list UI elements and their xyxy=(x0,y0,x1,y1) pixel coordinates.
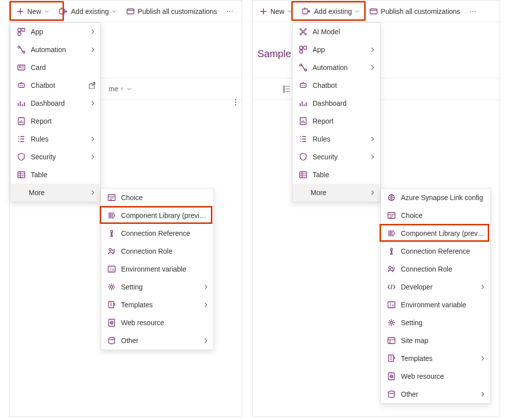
row-more-button[interactable] xyxy=(235,99,237,106)
automation-icon xyxy=(17,45,26,54)
menu-item-security[interactable]: Security xyxy=(11,148,100,166)
menu-item-automation[interactable]: Automation xyxy=(293,59,380,76)
more-commands-button[interactable]: ⋯ xyxy=(222,2,237,20)
menu-item-label: Web resource xyxy=(401,372,485,380)
more-commands-button[interactable]: ⋯ xyxy=(465,2,480,20)
menu-item-more[interactable]: More xyxy=(11,184,100,202)
report-icon xyxy=(17,117,26,126)
dashboard-icon xyxy=(17,99,26,108)
menu-item-developer[interactable]: Developer xyxy=(381,278,490,296)
toolbar-right: New Add existing Publish all customizati… xyxy=(253,0,500,22)
menu-item-app[interactable]: App xyxy=(11,23,100,41)
chevron-down-icon xyxy=(287,9,292,14)
add-existing-label: Add existing xyxy=(314,7,352,15)
new-button[interactable]: New xyxy=(255,2,297,20)
menu-item-templates[interactable]: Templates xyxy=(381,350,490,367)
menu-item-label: Connection Reference xyxy=(401,247,485,255)
webres-icon xyxy=(387,372,396,381)
panel-add-existing: New Add existing Publish all customizati… xyxy=(252,0,500,417)
menu-item-table[interactable]: Table xyxy=(293,166,380,184)
menu-item-label: Dashboard xyxy=(313,99,375,107)
menu-item-choice[interactable]: Choice xyxy=(101,189,213,207)
menu-item-envvar[interactable]: Environment variable xyxy=(101,260,213,278)
connrole-icon xyxy=(107,247,116,256)
menu-item-synapse[interactable]: Azure Synapse Link config xyxy=(381,189,490,207)
menu-item-setting[interactable]: Setting xyxy=(101,278,213,296)
menu-item-label: Component Library (preview) xyxy=(121,211,208,219)
new-button[interactable]: New xyxy=(11,2,54,20)
aimodel-icon xyxy=(299,27,308,36)
publish-icon xyxy=(370,7,378,15)
publish-icon xyxy=(127,7,134,15)
new-menu: AppAutomationCardChatbotDashboardReportR… xyxy=(10,22,101,202)
publish-button[interactable]: Publish all customizations xyxy=(365,2,465,20)
webres-icon xyxy=(107,318,116,327)
publish-button[interactable]: Publish all customizations xyxy=(122,2,222,20)
chevron-down-icon xyxy=(44,9,49,14)
menu-item-report[interactable]: Report xyxy=(293,112,380,130)
menu-item-more[interactable]: More xyxy=(293,184,380,202)
menu-item-label: Setting xyxy=(121,283,198,291)
developer-icon xyxy=(387,282,396,291)
menu-item-component[interactable]: Component Library (preview) xyxy=(381,224,490,242)
menu-item-card[interactable]: Card xyxy=(11,59,100,76)
chevron-right-icon xyxy=(480,284,485,290)
menu-item-app[interactable]: App xyxy=(293,41,380,59)
menu-item-label: Report xyxy=(31,117,95,125)
add-existing-button[interactable]: Add existing xyxy=(54,2,122,20)
menu-item-label: Automation xyxy=(31,46,85,54)
menu-item-label: Chatbot xyxy=(31,81,83,89)
menu-item-table[interactable]: Table xyxy=(11,166,100,184)
chevron-right-icon xyxy=(90,29,95,35)
menu-item-other[interactable]: Other xyxy=(381,385,490,403)
menu-item-dashboard[interactable]: Dashboard xyxy=(293,94,380,112)
menu-item-templates[interactable]: Templates xyxy=(101,296,213,314)
menu-item-aimodel[interactable]: AI Model xyxy=(293,23,380,41)
external-link-icon xyxy=(88,82,95,89)
menu-item-webres[interactable]: Web resource xyxy=(381,367,490,385)
menu-item-other[interactable]: Other xyxy=(101,332,213,350)
menu-item-automation[interactable]: Automation xyxy=(11,41,100,59)
menu-item-setting[interactable]: Setting xyxy=(381,314,490,332)
chevron-right-icon xyxy=(370,65,375,70)
security-icon xyxy=(17,152,26,161)
menu-item-label: Developer xyxy=(401,283,475,291)
add-existing-more-submenu: Azure Synapse Link configChoiceComponent… xyxy=(381,188,491,404)
chevron-down-icon[interactable] xyxy=(127,86,131,91)
menu-item-rules[interactable]: Rules xyxy=(11,130,100,148)
add-existing-icon xyxy=(59,7,68,15)
menu-item-dashboard[interactable]: Dashboard xyxy=(11,94,100,112)
menu-item-report[interactable]: Report xyxy=(11,112,100,130)
new-label: New xyxy=(270,7,284,15)
list-view-icon[interactable] xyxy=(282,84,291,93)
rules-icon xyxy=(299,135,308,143)
menu-item-chatbot[interactable]: Chatbot xyxy=(11,76,100,94)
menu-item-component[interactable]: Component Library (preview) xyxy=(101,207,213,224)
menu-item-label: Chatbot xyxy=(313,81,375,89)
menu-item-rules[interactable]: Rules xyxy=(293,130,380,148)
setting-icon xyxy=(107,282,116,291)
menu-item-label: Site map xyxy=(401,337,485,345)
menu-item-connrole[interactable]: Connection Role xyxy=(101,242,213,260)
chevron-down-icon xyxy=(355,9,360,14)
menu-item-webres[interactable]: Web resource xyxy=(101,314,213,332)
sort-column-name[interactable]: me ↑ xyxy=(109,85,124,93)
menu-item-connrole[interactable]: Connection Role xyxy=(381,260,490,278)
menu-item-label: Report xyxy=(313,117,375,125)
menu-item-choice[interactable]: Choice xyxy=(381,207,490,224)
menu-item-label: Templates xyxy=(401,354,475,362)
connrole-icon xyxy=(387,265,396,274)
rules-icon xyxy=(17,135,26,143)
menu-item-connref[interactable]: Connection Reference xyxy=(101,224,213,242)
menu-item-envvar[interactable]: Environment variable xyxy=(381,296,490,314)
menu-item-chatbot[interactable]: Chatbot xyxy=(293,76,380,94)
menu-item-label: Table xyxy=(313,171,375,179)
menu-item-label: Security xyxy=(31,153,85,161)
component-icon xyxy=(387,229,396,238)
chevron-right-icon xyxy=(90,47,95,53)
report-icon xyxy=(299,117,308,126)
menu-item-connref[interactable]: Connection Reference xyxy=(381,242,490,260)
menu-item-sitemap[interactable]: Site map xyxy=(381,332,490,350)
menu-item-security[interactable]: Security xyxy=(293,148,380,166)
add-existing-button[interactable]: Add existing xyxy=(297,2,365,20)
